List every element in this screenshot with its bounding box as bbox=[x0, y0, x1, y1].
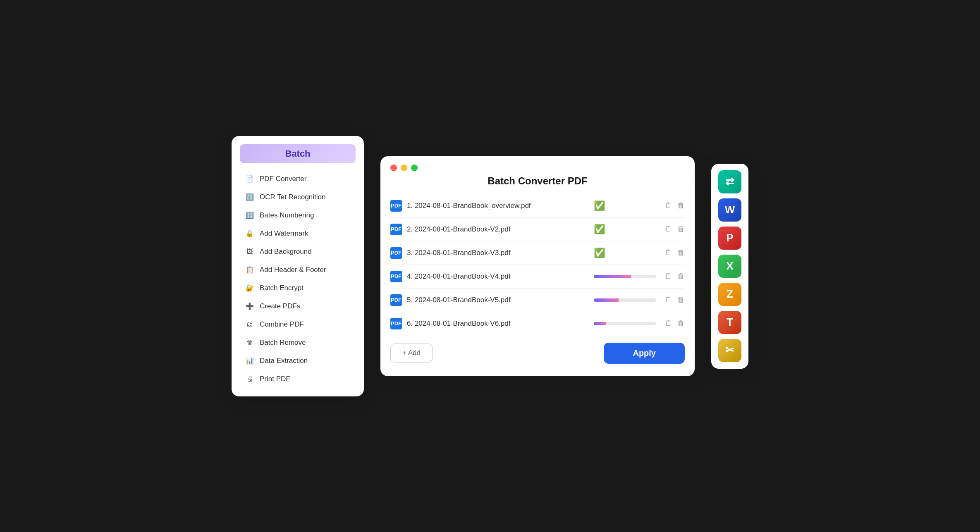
sidebar-item-add-background[interactable]: 🖼 Add Background bbox=[235, 243, 361, 261]
sidebar-item-data-extraction[interactable]: 📊 Data Extraction bbox=[235, 352, 361, 370]
file-row: PDF 4. 2024-08-01-BrandBook-V4.pdf 🗒 🗑 bbox=[390, 265, 685, 289]
file-delete-icon[interactable]: 🗑 bbox=[677, 319, 685, 328]
pdf-converter-icon: 📄 bbox=[245, 174, 255, 184]
file-info-icon[interactable]: 🗒 bbox=[665, 296, 672, 304]
file-icon: PDF bbox=[390, 247, 402, 259]
create-pdfs-icon: ➕ bbox=[245, 301, 255, 311]
file-row: PDF 3. 2024-08-01-BrandBook-V3.pdf ✅ 🗒 🗑 bbox=[390, 241, 685, 265]
add-header-footer-icon: 📋 bbox=[245, 265, 255, 275]
batch-encrypt-label: Batch Encrypt bbox=[260, 284, 304, 292]
file-name: 5. 2024-08-01-BrandBook-V5.pdf bbox=[407, 296, 589, 304]
sidebar-item-add-header-footer[interactable]: 📋 Add Header & Footer bbox=[235, 261, 361, 279]
dock-photo[interactable]: ✂ bbox=[718, 339, 741, 362]
file-actions: 🗒 🗑 bbox=[665, 201, 685, 210]
file-info-icon[interactable]: 🗒 bbox=[665, 225, 672, 234]
dock-powerpoint[interactable]: P bbox=[718, 227, 741, 250]
batch-button[interactable]: Batch bbox=[240, 144, 356, 163]
progress-bar bbox=[594, 275, 656, 278]
panel-title: Batch Converter PDF bbox=[380, 175, 695, 187]
file-info-icon[interactable]: 🗒 bbox=[665, 248, 672, 257]
sidebar-item-ocr-recognition[interactable]: 🔠 OCR Tet Recognition bbox=[235, 188, 361, 206]
apply-button[interactable]: Apply bbox=[604, 343, 685, 364]
dock-text-edit[interactable]: T bbox=[718, 311, 741, 334]
file-status-done: ✅ bbox=[594, 200, 660, 211]
dock-word[interactable]: W bbox=[718, 198, 741, 222]
add-background-icon: 🖼 bbox=[245, 247, 255, 257]
progress-bar bbox=[594, 322, 656, 325]
file-name: 2. 2024-08-01-BrandBook-V2.pdf bbox=[407, 225, 589, 234]
dock-excel[interactable]: X bbox=[718, 255, 741, 278]
add-button[interactable]: + Add bbox=[390, 344, 433, 363]
progress-bar-fill bbox=[594, 275, 656, 278]
file-icon: PDF bbox=[390, 224, 402, 235]
file-delete-icon[interactable]: 🗑 bbox=[677, 296, 685, 304]
sidebar-item-print-pdf[interactable]: 🖨 Print PDF bbox=[235, 370, 361, 388]
file-delete-icon[interactable]: 🗑 bbox=[677, 272, 685, 281]
file-name: 3. 2024-08-01-BrandBook-V3.pdf bbox=[407, 249, 589, 257]
combine-pdf-label: Combine PDF bbox=[260, 320, 304, 329]
batch-remove-icon: 🗑 bbox=[245, 338, 255, 348]
file-status-done: ✅ bbox=[594, 224, 660, 235]
file-info-icon[interactable]: 🗒 bbox=[665, 319, 672, 328]
file-actions: 🗒 🗑 bbox=[665, 272, 685, 281]
add-watermark-icon: 🔒 bbox=[245, 229, 255, 239]
file-actions: 🗒 🗑 bbox=[665, 296, 685, 304]
file-delete-icon[interactable]: 🗑 bbox=[677, 225, 685, 234]
file-delete-icon[interactable]: 🗑 bbox=[677, 248, 685, 257]
sidebar-item-create-pdfs[interactable]: ➕ Create PDFs bbox=[235, 297, 361, 315]
ocr-recognition-icon: 🔠 bbox=[245, 192, 255, 202]
sidebar-header: Batch bbox=[232, 144, 364, 163]
file-status-progress bbox=[594, 298, 660, 302]
file-row: PDF 5. 2024-08-01-BrandBook-V5.pdf 🗒 🗑 bbox=[390, 289, 685, 312]
file-icon: PDF bbox=[390, 200, 402, 212]
bates-numbering-icon: 🔢 bbox=[245, 210, 255, 220]
sidebar-item-batch-remove[interactable]: 🗑 Batch Remove bbox=[235, 334, 361, 352]
sidebar-item-bates-numbering[interactable]: 🔢 Bates Numbering bbox=[235, 206, 361, 224]
data-extraction-icon: 📊 bbox=[245, 356, 255, 366]
file-row: PDF 6. 2024-08-01-BrandBook-V6.pdf 🗒 🗑 bbox=[390, 312, 685, 335]
batch-encrypt-icon: 🔐 bbox=[245, 283, 255, 293]
bates-numbering-label: Bates Numbering bbox=[260, 211, 314, 219]
sidebar-item-pdf-converter[interactable]: 📄 PDF Converter bbox=[235, 170, 361, 188]
file-info-icon[interactable]: 🗒 bbox=[665, 272, 672, 281]
close-button[interactable] bbox=[390, 165, 397, 171]
right-dock: ⇄WPXZT✂ bbox=[711, 164, 748, 369]
check-icon: ✅ bbox=[594, 224, 605, 235]
pdf-converter-label: PDF Converter bbox=[260, 175, 306, 183]
file-row: PDF 1. 2024-08-01-BrandBook_overview.pdf… bbox=[390, 194, 685, 218]
file-icon: PDF bbox=[390, 294, 402, 306]
file-status-done: ✅ bbox=[594, 248, 660, 258]
combine-pdf-icon: 🗂 bbox=[245, 320, 255, 329]
ocr-recognition-label: OCR Tet Recognition bbox=[260, 193, 325, 201]
file-actions: 🗒 🗑 bbox=[665, 248, 685, 257]
add-header-footer-label: Add Header & Footer bbox=[260, 266, 326, 274]
file-icon: PDF bbox=[390, 318, 402, 329]
file-list: PDF 1. 2024-08-01-BrandBook_overview.pdf… bbox=[380, 194, 695, 335]
dock-pdf-merge[interactable]: ⇄ bbox=[718, 170, 741, 193]
sidebar-item-batch-encrypt[interactable]: 🔐 Batch Encrypt bbox=[235, 279, 361, 297]
traffic-lights bbox=[380, 156, 695, 175]
minimize-button[interactable] bbox=[401, 165, 407, 171]
file-actions: 🗒 🗑 bbox=[665, 225, 685, 234]
create-pdfs-label: Create PDFs bbox=[260, 302, 300, 310]
add-watermark-label: Add Watermark bbox=[260, 229, 308, 238]
progress-bar bbox=[594, 298, 656, 302]
dock-edit[interactable]: Z bbox=[718, 283, 741, 306]
file-name: 6. 2024-08-01-BrandBook-V6.pdf bbox=[407, 320, 589, 328]
data-extraction-label: Data Extraction bbox=[260, 357, 308, 365]
panel-footer: + Add Apply bbox=[380, 335, 695, 364]
maximize-button[interactable] bbox=[411, 165, 418, 171]
print-pdf-icon: 🖨 bbox=[245, 374, 255, 384]
check-icon: ✅ bbox=[594, 248, 605, 258]
file-status-progress bbox=[594, 275, 660, 278]
file-name: 4. 2024-08-01-BrandBook-V4.pdf bbox=[407, 272, 589, 281]
main-panel: Batch Converter PDF PDF 1. 2024-08-01-Br… bbox=[380, 156, 695, 376]
file-name: 1. 2024-08-01-BrandBook_overview.pdf bbox=[407, 202, 589, 210]
batch-remove-label: Batch Remove bbox=[260, 339, 306, 347]
sidebar-item-add-watermark[interactable]: 🔒 Add Watermark bbox=[235, 224, 361, 243]
sidebar-item-combine-pdf[interactable]: 🗂 Combine PDF bbox=[235, 315, 361, 334]
progress-bar-fill bbox=[594, 322, 656, 325]
file-delete-icon[interactable]: 🗑 bbox=[677, 201, 685, 210]
file-info-icon[interactable]: 🗒 bbox=[665, 201, 672, 210]
file-row: PDF 2. 2024-08-01-BrandBook-V2.pdf ✅ 🗒 🗑 bbox=[390, 218, 685, 241]
